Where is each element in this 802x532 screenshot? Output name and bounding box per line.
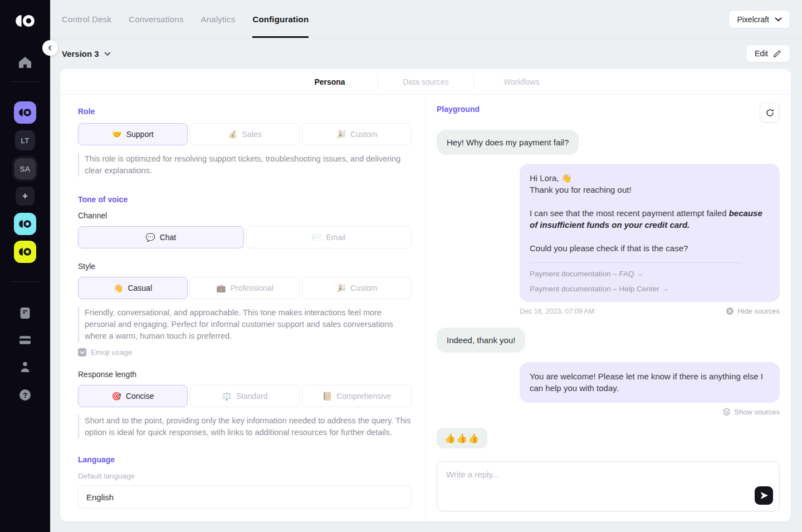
nav-control-desk[interactable]: Control Desk	[62, 0, 111, 38]
workspace-name: Pixelcraft	[737, 15, 769, 24]
document-icon	[20, 308, 30, 319]
chat-transcript: Hey! Why does my payment fail? Hi Lora, …	[437, 130, 780, 511]
reset-conversation-button[interactable]	[760, 103, 780, 123]
add-workspace-button[interactable]: +	[16, 187, 35, 206]
style-option-label: Casual	[128, 284, 152, 292]
bot-message-line: I can see that the most recent payment a…	[530, 207, 770, 231]
workspace-tile-yellow[interactable]	[14, 241, 36, 263]
source-link-help-center[interactable]: Payment documentation – Help Center →	[530, 285, 669, 293]
hide-sources-button[interactable]: Hide sources	[726, 307, 780, 315]
show-sources-button[interactable]: Show sources	[722, 408, 780, 416]
message-meta-row: Dec 16, 2023, 07:09 AM Hide sources	[520, 307, 780, 315]
version-toolbar: Version 3 Edit	[50, 38, 802, 69]
playground-title: Playground	[437, 105, 480, 114]
default-language-select[interactable]: English	[78, 485, 412, 509]
home-button[interactable]	[18, 56, 32, 69]
style-option-professional[interactable]: 💼 Professional	[190, 277, 300, 299]
workspace-tile-lt[interactable]: LT	[15, 130, 35, 150]
sidebar: LT SA + ?	[0, 0, 50, 532]
nav-configuration[interactable]: Configuration	[252, 0, 309, 38]
workspace-logo-icon	[19, 220, 31, 228]
workspace-switcher-button[interactable]: Pixelcraft	[728, 10, 790, 28]
length-option-label: Standard	[236, 392, 268, 401]
workspace-sa-label: SA	[14, 158, 36, 179]
default-language-value: English	[86, 492, 114, 502]
reply-input[interactable]	[437, 462, 779, 511]
primary-nav: Control Desk Conversations Analytics Con…	[62, 0, 309, 38]
question-mark-icon: ?	[23, 391, 27, 399]
length-option-concise[interactable]: 🎯 Concise	[78, 385, 188, 407]
role-description: This role is optimized for resolving sup…	[78, 153, 412, 177]
chevron-down-icon	[104, 52, 111, 56]
role-option-custom[interactable]: 🎉 Custom	[302, 123, 412, 145]
bubble-divider	[530, 262, 742, 263]
role-options: 🤝 Support 💰 Sales 🎉 Custom	[78, 123, 412, 145]
tab-workflows[interactable]: Workflows	[473, 74, 569, 90]
help-button[interactable]: ?	[19, 389, 31, 401]
message-timestamp: Dec 16, 2023, 07:09 AM	[520, 308, 594, 315]
workspace-logo-icon	[19, 248, 31, 256]
config-tabs: Persona Data sources Workflows	[60, 69, 791, 95]
version-selector[interactable]: Version 3	[62, 49, 111, 58]
bot-message-line: Thank you for reaching out!	[530, 184, 770, 196]
docs-button[interactable]	[20, 308, 30, 319]
envelope-icon: ✉️	[312, 233, 321, 242]
workspace-tile-cyan[interactable]	[14, 213, 36, 235]
style-option-custom[interactable]: 🎉 Custom	[302, 277, 412, 299]
nav-analytics[interactable]: Analytics	[201, 0, 236, 38]
channel-option-label: Chat	[160, 233, 177, 242]
channel-options: 💬 Chat ✉️ Email	[78, 226, 412, 248]
billing-button[interactable]	[19, 336, 31, 344]
workspace-tile-sa[interactable]: SA	[12, 156, 38, 182]
playground-panel: Playground Hey! Why does my payment fail…	[426, 95, 791, 521]
edit-button[interactable]: Edit	[746, 45, 790, 62]
default-language-label: Default language	[78, 472, 412, 480]
send-button[interactable]	[755, 486, 773, 505]
style-label: Style	[78, 262, 412, 271]
bot-message: You are welcome! Please let me know if t…	[520, 362, 780, 403]
workspace-logo-icon	[19, 109, 31, 116]
style-option-label: Custom	[350, 284, 377, 292]
send-icon	[760, 491, 769, 500]
response-length-label: Response length	[78, 370, 412, 379]
tab-data-sources[interactable]: Data sources	[378, 74, 473, 90]
channel-label: Channel	[78, 211, 412, 220]
credit-card-icon	[19, 336, 31, 344]
tab-persona[interactable]: Persona	[282, 74, 378, 90]
workspace-tile-purple[interactable]	[14, 101, 36, 124]
dart-icon: 🎯	[111, 392, 121, 401]
top-navigation: Control Desk Conversations Analytics Con…	[50, 0, 802, 38]
role-option-sales[interactable]: 💰 Sales	[190, 123, 300, 145]
app-logo-icon	[16, 15, 35, 27]
emoji-usage-row: Emoji usage	[78, 348, 412, 357]
style-description: Friendly, conversational, and approachab…	[78, 307, 412, 342]
person-icon	[20, 362, 30, 372]
chevron-left-icon	[47, 45, 53, 51]
length-option-comprehensive[interactable]: 📙 Comprehensive	[302, 385, 412, 407]
check-icon	[80, 351, 85, 354]
channel-option-chat[interactable]: 💬 Chat	[78, 226, 244, 248]
length-option-standard[interactable]: ⚖️ Standard	[190, 385, 300, 407]
circle-x-icon	[726, 307, 734, 315]
handshake-icon: 🤝	[112, 130, 121, 139]
role-option-label: Sales	[242, 130, 262, 139]
style-option-casual[interactable]: 👋 Casual	[78, 277, 188, 299]
speech-balloon-icon: 💬	[145, 233, 155, 242]
nav-conversations[interactable]: Conversations	[129, 0, 183, 38]
channel-option-email[interactable]: ✉️ Email	[246, 226, 412, 248]
party-popper-icon: 🎉	[336, 284, 346, 292]
plus-icon: +	[22, 191, 28, 202]
account-button[interactable]	[20, 362, 30, 372]
role-option-support[interactable]: 🤝 Support	[78, 123, 188, 145]
source-link-faq[interactable]: Payment documentation – FAQ →	[530, 270, 644, 278]
configuration-card: Persona Data sources Workflows Role 🤝 Su…	[60, 69, 791, 521]
role-option-label: Custom	[350, 130, 377, 139]
show-sources-label: Show sources	[734, 408, 780, 416]
emoji-usage-checkbox[interactable]	[78, 348, 86, 357]
channel-option-label: Email	[326, 233, 345, 242]
workspace-lt-label: LT	[21, 136, 29, 145]
language-section-title: Language	[78, 455, 412, 464]
tone-section-title: Tone of voice	[78, 195, 412, 204]
sidebar-collapse-button[interactable]	[42, 40, 58, 56]
response-length-description: Short and to the point, providing only t…	[78, 415, 412, 438]
